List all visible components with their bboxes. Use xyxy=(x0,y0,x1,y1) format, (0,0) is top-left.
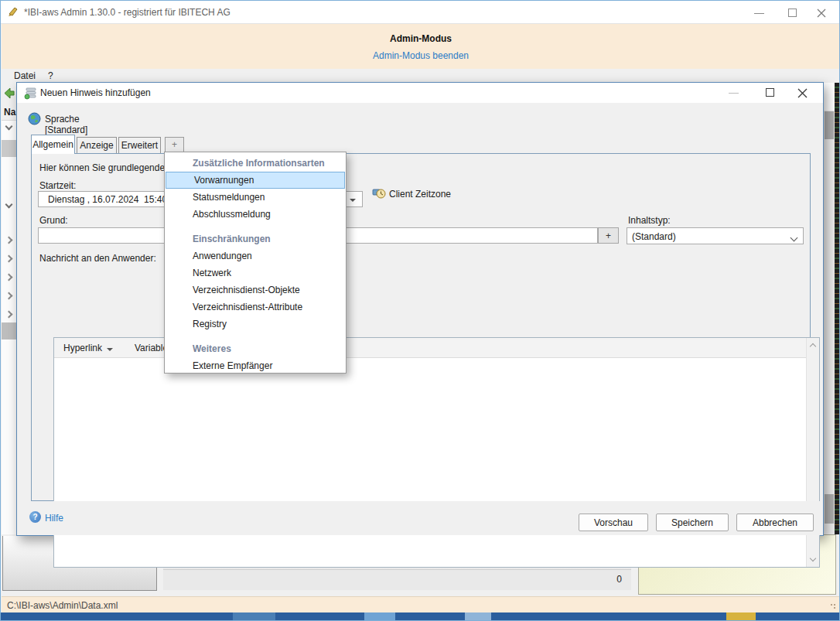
statusbar: C:\IBI-aws\Admin\Data.xml xyxy=(2,596,840,612)
main-maximize-button[interactable] xyxy=(779,6,805,20)
main-window-left-edge: Na xyxy=(2,83,17,534)
tab-content-allgemein: Hier können Sie grundlegende Ei Startzei… xyxy=(31,153,811,501)
dialog-titlebar: Neuen Hinweis hinzufügen xyxy=(17,83,823,103)
main-scrollbar[interactable] xyxy=(824,83,835,534)
back-arrow-icon[interactable] xyxy=(2,87,15,100)
main-window-title: *IBI-aws Admin 1.30.0 - registriert für … xyxy=(24,7,230,18)
tree-row[interactable] xyxy=(2,322,17,340)
add-info-type-menu: Zusätzliche Informationsarten Vorwarnung… xyxy=(164,152,347,374)
menu-group-header: Zusätzliche Informationsarten xyxy=(165,155,346,172)
menu-item-netzwerk[interactable]: Netzwerk xyxy=(165,264,346,281)
tab-allgemein[interactable]: Allgemein xyxy=(31,135,75,154)
background-summary-band xyxy=(163,569,631,590)
message-label: Nachricht an den Anwender: xyxy=(39,253,156,264)
menu-group-header: Einschränkungen xyxy=(165,230,346,247)
tree-selected-row[interactable] xyxy=(2,140,17,157)
help-icon[interactable]: ? xyxy=(29,511,41,523)
menu-item-vorwarnungen[interactable]: Vorwarnungen xyxy=(166,172,345,189)
scroll-up-icon[interactable] xyxy=(810,343,816,350)
chevron-down-icon xyxy=(350,199,356,202)
admin-mode-banner: Admin-Modus Admin-Modus beenden xyxy=(2,24,840,69)
notice-icon xyxy=(24,87,37,100)
menu-datei[interactable]: Datei xyxy=(14,70,36,81)
menu-group-header: Weiteres xyxy=(165,340,346,357)
language-label[interactable]: Sprache [Standard] xyxy=(45,114,87,135)
content-type-select[interactable]: (Standard) xyxy=(627,227,804,244)
admin-mode-title: Admin-Modus xyxy=(2,33,840,44)
add-reason-button[interactable]: + xyxy=(598,227,619,244)
add-tab-button[interactable]: + xyxy=(165,137,184,152)
main-minimize-button[interactable] xyxy=(746,6,773,20)
client-timezone-label: Client Zeitzone xyxy=(389,189,451,200)
admin-mode-exit-link[interactable]: Admin-Modus beenden xyxy=(2,50,840,61)
app-icon xyxy=(7,5,20,19)
dialog-minimize-button[interactable] xyxy=(721,86,746,100)
menu-item-statusmeldungen[interactable]: Statusmeldungen xyxy=(165,189,346,206)
menu-item-registry[interactable]: Registry xyxy=(165,316,346,333)
menu-item-verzeichnisdienst-objekte[interactable]: Verzeichnisdienst-Objekte xyxy=(165,281,346,299)
hyperlink-menu-button[interactable]: Hyperlink xyxy=(63,343,113,353)
menu-separator xyxy=(165,223,346,230)
resize-grip[interactable] xyxy=(830,603,837,610)
content-type-label: Inhaltstyp: xyxy=(628,215,671,226)
chevron-down-icon xyxy=(107,348,113,351)
language-row: Sprache [Standard] xyxy=(28,112,41,125)
dialog-footer: ? Hilfe Vorschau Speichern Abbrechen xyxy=(17,501,823,535)
dialog-close-icon[interactable] xyxy=(790,86,815,100)
main-close-icon[interactable] xyxy=(808,6,835,20)
tab-anzeige[interactable]: Anzeige xyxy=(77,137,117,153)
cancel-button[interactable]: Abbrechen xyxy=(736,514,814,531)
content-type-value: (Standard) xyxy=(632,231,676,242)
client-timezone-icon xyxy=(372,186,386,200)
tree-column-header: Na xyxy=(4,107,15,118)
main-menubar: Datei ? xyxy=(2,69,840,83)
scrollbar-thumb[interactable] xyxy=(825,111,834,139)
background-marker-strip xyxy=(835,83,840,534)
dialog-maximize-button[interactable] xyxy=(756,86,781,100)
scroll-down-icon[interactable] xyxy=(810,555,816,561)
scrollbar-thumb[interactable] xyxy=(825,494,834,524)
add-notice-dialog: Neuen Hinweis hinzufügen Sprache [Standa… xyxy=(16,82,824,536)
globe-icon xyxy=(28,112,41,125)
taskbar-edge xyxy=(1,612,840,621)
intro-text: Hier können Sie grundlegende Ei xyxy=(39,162,176,173)
menu-separator xyxy=(165,333,346,340)
reason-label: Grund: xyxy=(39,215,68,226)
preview-button[interactable]: Vorschau xyxy=(579,514,648,531)
menu-item-externe-empfaenger[interactable]: Externe Empfänger xyxy=(165,357,346,374)
chevron-down-icon xyxy=(790,234,798,242)
save-button[interactable]: Speichern xyxy=(656,514,729,531)
app-window: *IBI-aws Admin 1.30.0 - registriert für … xyxy=(0,0,840,621)
statusbar-file-path: C:\IBI-aws\Admin\Data.xml xyxy=(7,600,118,611)
tab-erweitert[interactable]: Erweitert xyxy=(118,137,161,153)
menu-help[interactable]: ? xyxy=(48,70,53,81)
start-time-value: Dienstag , 16.07.2024 15:40 xyxy=(48,194,167,205)
start-time-label: Startzeit: xyxy=(39,180,76,191)
help-link[interactable]: Hilfe xyxy=(45,513,63,524)
menu-item-verzeichnisdienst-attribute[interactable]: Verzeichnisdienst-Attribute xyxy=(165,299,346,316)
item-count: 0 xyxy=(616,574,622,585)
menu-item-anwendungen[interactable]: Anwendungen xyxy=(165,247,346,264)
dialog-title: Neuen Hinweis hinzufügen xyxy=(40,87,151,98)
main-titlebar: *IBI-aws Admin 1.30.0 - registriert für … xyxy=(1,1,840,24)
menu-item-abschlussmeldung[interactable]: Abschlussmeldung xyxy=(165,206,346,223)
